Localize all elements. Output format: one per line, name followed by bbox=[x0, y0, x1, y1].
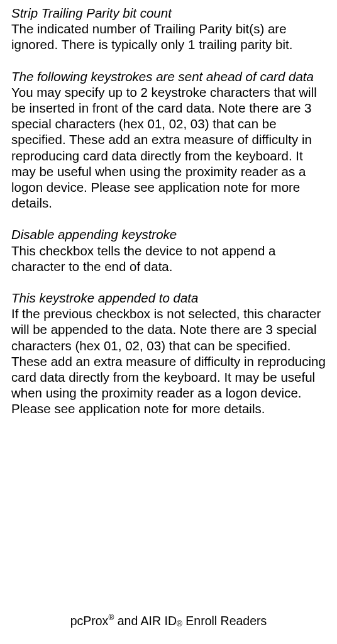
footer-mid: and AIR ID bbox=[114, 613, 177, 627]
heading-strip-trailing: Strip Trailing Parity bit count bbox=[11, 5, 326, 21]
section-strip-trailing: Strip Trailing Parity bit count The indi… bbox=[11, 5, 326, 53]
body-keystrokes-ahead: You may specify up to 2 keystroke charac… bbox=[11, 84, 326, 211]
body-keystroke-appended: If the previous checkbox is not selected… bbox=[11, 306, 326, 416]
section-disable-appending: Disable appending keystroke This checkbo… bbox=[11, 226, 326, 274]
footer-text: pcProx® and AIR ID® Enroll Readers bbox=[0, 613, 337, 630]
body-disable-appending: This checkbox tells the device to not ap… bbox=[11, 243, 326, 274]
heading-disable-appending: Disable appending keystroke bbox=[11, 226, 326, 242]
footer-prefix: pcProx bbox=[70, 613, 109, 627]
registered-icon: ® bbox=[108, 613, 114, 622]
section-keystroke-appended: This keystroke appended to data If the p… bbox=[11, 290, 326, 417]
section-keystrokes-ahead: The following keystrokes are sent ahead … bbox=[11, 69, 326, 211]
heading-keystroke-appended: This keystroke appended to data bbox=[11, 290, 326, 306]
footer-suffix: Enroll Readers bbox=[182, 613, 267, 627]
registered-icon: ® bbox=[177, 619, 182, 628]
body-strip-trailing: The indicated number of Trailing Parity … bbox=[11, 21, 326, 52]
heading-keystrokes-ahead: The following keystrokes are sent ahead … bbox=[11, 69, 326, 84]
